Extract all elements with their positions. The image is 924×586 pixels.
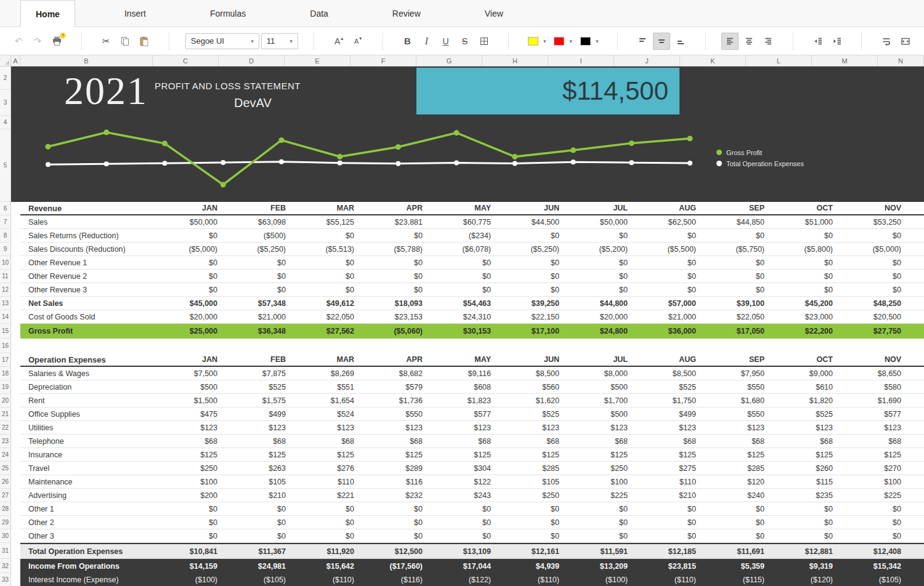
merge-cells-button[interactable] bbox=[897, 33, 914, 50]
cell[interactable]: $123 bbox=[153, 421, 221, 434]
column-header-I[interactable]: I bbox=[548, 55, 614, 66]
cell[interactable]: ($122) bbox=[426, 573, 495, 586]
cell[interactable]: ($120) bbox=[768, 573, 837, 586]
cell[interactable]: $17,044 bbox=[426, 559, 495, 573]
cell[interactable]: $0 bbox=[631, 516, 700, 529]
strikethrough-button[interactable]: S bbox=[456, 33, 474, 50]
cell[interactable]: $49,612 bbox=[290, 297, 358, 310]
cell[interactable]: $0 bbox=[495, 502, 563, 515]
cell[interactable]: $24,981 bbox=[221, 559, 290, 573]
increase-indent-button[interactable] bbox=[829, 33, 846, 50]
cell[interactable]: $100 bbox=[563, 475, 631, 488]
cell[interactable]: $0 bbox=[700, 529, 768, 542]
cell[interactable]: $8,269 bbox=[290, 367, 358, 380]
cell-label[interactable]: Insurance bbox=[20, 448, 153, 461]
cell[interactable]: $1,654 bbox=[290, 394, 358, 407]
cell[interactable]: $18,093 bbox=[358, 297, 426, 310]
cell[interactable]: APR bbox=[358, 202, 426, 214]
align-center-button[interactable] bbox=[740, 33, 758, 50]
cell[interactable]: $0 bbox=[153, 256, 221, 269]
cell[interactable]: $45,200 bbox=[768, 297, 837, 310]
cut-button[interactable]: ✂ bbox=[97, 33, 115, 50]
cell[interactable]: $0 bbox=[837, 516, 905, 529]
cell[interactable]: $8,500 bbox=[631, 367, 700, 380]
cell[interactable]: $0 bbox=[768, 529, 837, 542]
cell[interactable]: $0 bbox=[153, 229, 221, 242]
cell[interactable]: MAR bbox=[290, 353, 358, 366]
cell-label[interactable]: Sales bbox=[20, 215, 153, 228]
cell[interactable]: JUN bbox=[495, 353, 563, 366]
cell[interactable]: $123 bbox=[563, 421, 631, 434]
cell-label[interactable]: Sales Returns (Reduction) bbox=[20, 229, 153, 242]
cell[interactable]: $0 bbox=[631, 256, 700, 269]
cell[interactable]: $525 bbox=[768, 407, 837, 420]
cell[interactable]: $0 bbox=[768, 256, 837, 269]
cell[interactable]: $0 bbox=[290, 516, 358, 529]
cell[interactable]: $0 bbox=[837, 283, 905, 296]
cell[interactable]: $68 bbox=[495, 435, 563, 448]
cell[interactable]: $39,250 bbox=[495, 297, 563, 310]
select-all-corner[interactable] bbox=[0, 55, 11, 66]
cell[interactable]: OCT bbox=[768, 202, 837, 214]
cell[interactable]: $115 bbox=[768, 475, 837, 488]
cell[interactable]: $0 bbox=[700, 256, 768, 269]
cell[interactable]: $0 bbox=[837, 502, 905, 515]
cell-label[interactable]: Other Revenue 2 bbox=[20, 270, 153, 283]
report-year-cell[interactable]: 2021 bbox=[64, 70, 148, 111]
cell[interactable]: $63,098 bbox=[221, 215, 290, 228]
row-header-32[interactable]: 32 bbox=[0, 559, 11, 573]
cell[interactable]: $0 bbox=[290, 229, 358, 242]
cell[interactable]: ($5,250) bbox=[221, 243, 290, 255]
cell[interactable]: ($116) bbox=[358, 573, 426, 586]
cell[interactable]: $250 bbox=[495, 489, 563, 502]
cell[interactable]: ($5,000) bbox=[153, 243, 221, 255]
cell[interactable]: $579 bbox=[358, 380, 426, 393]
cell[interactable]: $68 bbox=[563, 435, 631, 448]
cell[interactable]: $499 bbox=[221, 407, 290, 420]
cell[interactable]: $48,250 bbox=[837, 297, 905, 310]
cell[interactable]: $475 bbox=[153, 407, 221, 420]
decrease-font-size-button[interactable]: A▾ bbox=[349, 33, 367, 50]
column-header-L[interactable]: L bbox=[746, 55, 812, 66]
cell[interactable]: $105 bbox=[221, 475, 290, 488]
cell[interactable]: $12,500 bbox=[358, 544, 426, 558]
column-header-E[interactable]: E bbox=[285, 55, 351, 66]
cell[interactable]: $8,000 bbox=[563, 367, 631, 380]
cell[interactable]: $1,620 bbox=[495, 394, 563, 407]
cell[interactable]: $11,367 bbox=[221, 544, 290, 558]
cell[interactable]: $0 bbox=[221, 502, 290, 515]
cell[interactable]: $13,209 bbox=[563, 559, 631, 573]
cell[interactable]: ($110) bbox=[495, 573, 563, 586]
cell[interactable]: $0 bbox=[426, 502, 495, 515]
tab-data[interactable]: Data bbox=[295, 0, 343, 26]
cell[interactable]: $0 bbox=[358, 256, 426, 269]
row-header-24[interactable]: 24 bbox=[0, 448, 11, 462]
cell[interactable]: $44,500 bbox=[495, 215, 563, 228]
cell[interactable]: $0 bbox=[837, 529, 905, 542]
cell[interactable]: $200 bbox=[153, 489, 221, 502]
row-header-8[interactable]: 8 bbox=[0, 229, 11, 243]
cell[interactable]: $550 bbox=[358, 407, 426, 420]
row-header-5[interactable]: 5 bbox=[0, 129, 11, 202]
cell[interactable]: $116 bbox=[358, 475, 426, 488]
cell[interactable]: $123 bbox=[495, 421, 563, 434]
tab-home[interactable]: Home bbox=[20, 0, 75, 27]
column-header-M[interactable]: M bbox=[812, 55, 878, 66]
cell[interactable]: SEP bbox=[700, 202, 768, 214]
cell[interactable]: $0 bbox=[426, 270, 495, 283]
cell[interactable]: $24,310 bbox=[426, 310, 495, 323]
cell[interactable]: $0 bbox=[768, 270, 837, 283]
cell[interactable]: JUN bbox=[495, 202, 563, 214]
cell[interactable]: $1,820 bbox=[768, 394, 837, 407]
cell[interactable]: $0 bbox=[563, 502, 631, 515]
row-header-27[interactable]: 27 bbox=[0, 489, 11, 502]
cell[interactable]: $68 bbox=[768, 435, 837, 448]
company-name-cell[interactable]: DevAV bbox=[234, 96, 272, 110]
cell[interactable]: $1,700 bbox=[563, 394, 631, 407]
row-header-18[interactable]: 18 bbox=[0, 367, 11, 380]
cell[interactable]: $68 bbox=[290, 435, 358, 448]
cell[interactable]: ($110) bbox=[631, 573, 700, 586]
row-header-3[interactable]: 3 bbox=[0, 90, 11, 116]
cell[interactable]: $20,000 bbox=[563, 310, 631, 323]
column-header-D[interactable]: D bbox=[219, 55, 285, 66]
